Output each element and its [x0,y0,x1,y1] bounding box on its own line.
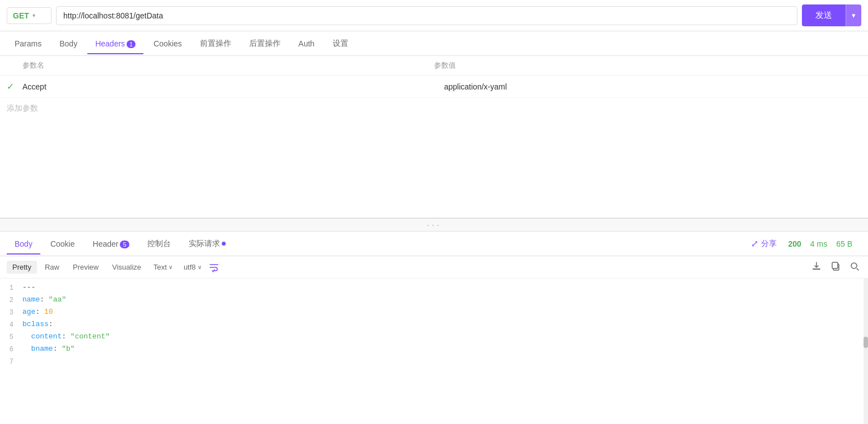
line-content-2: name: "aa" [22,295,864,304]
status-code: 200 [788,239,801,248]
format-tab-raw[interactable]: Raw [39,261,65,274]
response-tab-body[interactable]: Body [7,234,40,254]
code-line-6: 6 bname: "b" [0,345,864,357]
code-line-4: 4 bclass: [0,320,864,332]
header-tab-badge: 5 [120,241,129,248]
method-chevron-icon: ▾ [32,12,35,18]
tab-params[interactable]: Params [7,34,49,54]
actual-request-dot [222,242,226,246]
format-type-chevron-icon: ∨ [169,264,172,270]
line-content-5: content: "content" [22,332,864,341]
header-value-cell[interactable]: application/x-yaml [444,82,861,91]
header-row: ✓ Accept application/x-yaml [0,76,868,98]
response-tabs: Body Cookie Header5 控制台 实际请求 ⤢ 分享 200 4 … [0,232,868,256]
line-num-4: 4 [0,320,22,329]
status-size: 65 B [836,239,852,248]
method-selector[interactable]: GET ▾ [7,7,52,24]
format-tab-pretty[interactable]: Pretty [7,261,37,274]
share-button[interactable]: ⤢ 分享 [751,238,777,249]
line-num-1: 1 [0,283,22,292]
response-section: Body Cookie Header5 控制台 实际请求 ⤢ 分享 200 4 … [0,232,868,424]
code-line-3: 3 age: 10 [0,308,864,320]
resize-divider[interactable]: ··· [0,218,868,232]
line-num-7: 7 [0,357,22,366]
copy-icon[interactable] [829,260,842,275]
scroll-thumb [864,337,868,348]
download-icon[interactable] [810,260,823,275]
col-value-label: 参数值 [434,60,846,70]
tab-headers[interactable]: Headers1 [87,34,143,54]
header-check-icon[interactable]: ✓ [7,81,18,92]
format-type-dropdown[interactable]: Text ∨ [149,261,177,274]
tab-body[interactable]: Body [52,34,85,54]
code-line-7: 7 [0,357,864,369]
format-icons [810,260,861,275]
status-info: 200 4 ms 65 B [779,239,861,248]
headers-badge: 1 [127,40,136,48]
svg-rect-0 [813,268,820,270]
send-button[interactable]: 发送 [802,4,846,26]
url-bar: GET ▾ 发送 ▾ [0,0,868,31]
code-line-1: 1 --- [0,283,864,295]
line-content-4: bclass: [22,320,864,328]
tab-pre-ops[interactable]: 前置操作 [192,33,239,54]
header-name-cell[interactable]: Accept [22,82,440,91]
svg-rect-2 [832,262,838,268]
status-time: 4 ms [810,239,827,248]
wrap-icon[interactable] [208,262,220,273]
line-content-6: bname: "b" [22,345,864,353]
scroll-indicator [864,279,868,424]
response-body: 1 --- 2 name: "aa" 3 age: 10 4 [0,279,868,424]
tab-cookies[interactable]: Cookies [146,34,190,54]
encoding-chevron-icon: ∨ [198,264,202,270]
tab-auth[interactable]: Auth [291,34,323,54]
line-content-1: --- [22,283,864,291]
line-num-2: 2 [0,295,22,304]
encoding-dropdown[interactable]: utf8 ∨ [179,261,206,274]
line-num-3: 3 [0,308,22,317]
col-name-label: 参数名 [22,60,434,70]
search-response-icon[interactable] [848,260,861,275]
code-display[interactable]: 1 --- 2 name: "aa" 3 age: 10 4 [0,279,864,424]
add-param-row[interactable]: 添加参数 [0,98,868,119]
line-content-3: age: 10 [22,308,864,316]
code-line-5: 5 content: "content" [0,332,864,345]
code-line-2: 2 name: "aa" [0,295,864,308]
format-bar: Pretty Raw Preview Visualize Text ∨ utf8… [0,256,868,279]
format-tab-preview[interactable]: Preview [67,261,104,274]
send-btn-chevron[interactable]: ▾ [846,4,861,26]
response-tab-actual-request[interactable]: 实际请求 [181,233,234,255]
response-tab-console[interactable]: 控制台 [139,233,179,255]
line-num-6: 6 [0,345,22,354]
format-tab-visualize[interactable]: Visualize [106,261,147,274]
line-num-5: 5 [0,332,22,341]
headers-section: 参数名 参数值 ✓ Accept application/x-yaml 添加参数 [0,56,868,218]
response-tab-header[interactable]: Header5 [85,234,137,254]
share-icon: ⤢ [751,238,758,249]
headers-table-header: 参数名 参数值 [0,56,868,76]
url-input[interactable] [56,6,797,25]
svg-point-3 [851,263,857,268]
tab-settings[interactable]: 设置 [325,33,356,54]
method-label: GET [13,11,29,20]
send-btn-group: 发送 ▾ [802,4,861,26]
response-tab-cookie[interactable]: Cookie [43,234,83,254]
request-tabs: Params Body Headers1 Cookies 前置操作 后置操作 A… [0,31,868,56]
tab-post-ops[interactable]: 后置操作 [241,33,288,54]
